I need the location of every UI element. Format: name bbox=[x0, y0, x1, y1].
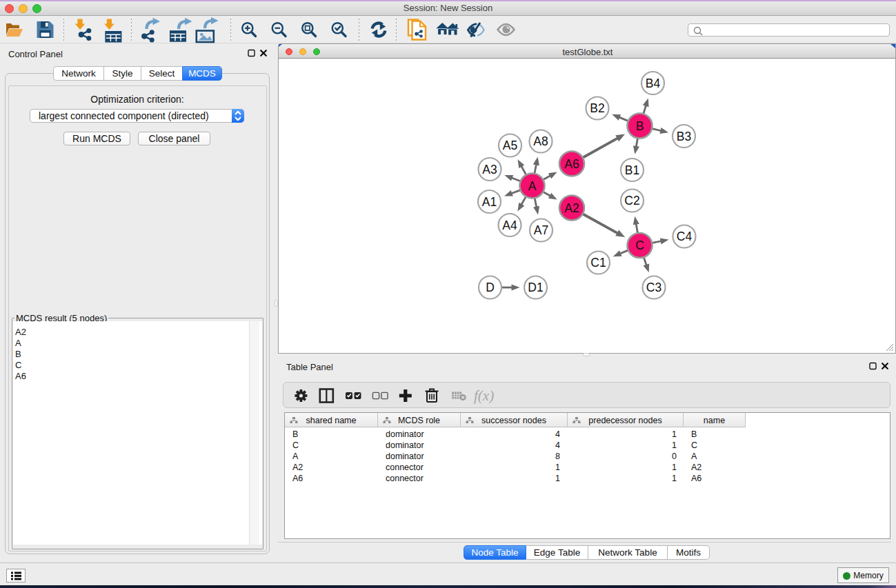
svg-text:B4: B4 bbox=[646, 77, 661, 90]
svg-text:A2: A2 bbox=[564, 201, 579, 215]
svg-text:A4: A4 bbox=[502, 219, 517, 232]
svg-text:C2: C2 bbox=[624, 194, 639, 207]
svg-text:A: A bbox=[528, 179, 537, 193]
svg-text:A1: A1 bbox=[482, 195, 497, 209]
svg-text:C: C bbox=[635, 239, 644, 252]
svg-text:A7: A7 bbox=[534, 223, 548, 237]
svg-text:C4: C4 bbox=[677, 230, 693, 243]
svg-text:B3: B3 bbox=[677, 130, 691, 143]
svg-text:A6: A6 bbox=[564, 157, 579, 171]
svg-text:f(x): f(x) bbox=[474, 387, 494, 404]
svg-text:A3: A3 bbox=[482, 163, 497, 176]
svg-text:B2: B2 bbox=[590, 101, 604, 115]
svg-text:C1: C1 bbox=[590, 256, 606, 270]
svg-text:B: B bbox=[636, 119, 644, 133]
svg-text:A5: A5 bbox=[503, 139, 517, 152]
svg-text:A8: A8 bbox=[533, 134, 548, 148]
svg-text:D1: D1 bbox=[528, 281, 543, 294]
svg-text:C3: C3 bbox=[646, 281, 661, 294]
svg-text:D: D bbox=[486, 281, 495, 294]
svg-text:B1: B1 bbox=[625, 163, 639, 177]
